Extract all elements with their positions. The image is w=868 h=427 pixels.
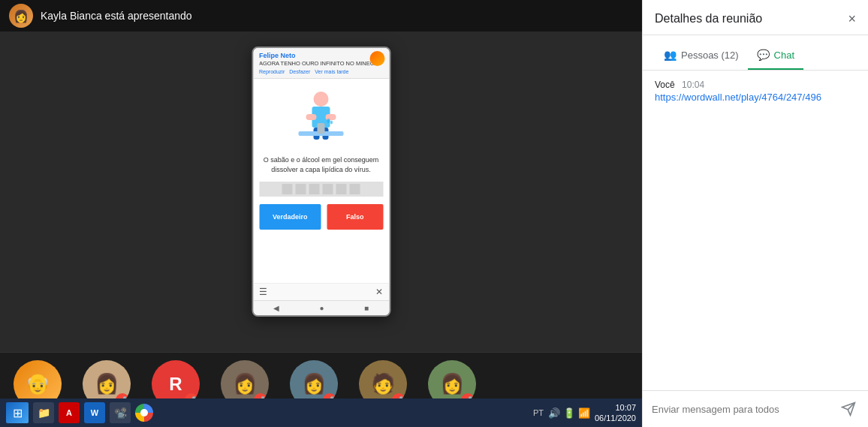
falso-button[interactable]: Falso <box>327 204 383 230</box>
phone-action-desfazer: Desfazer <box>289 69 310 74</box>
send-button[interactable] <box>838 398 859 419</box>
message-sender-name: Você <box>655 80 675 90</box>
phone-username: Felipe Neto <box>259 52 383 59</box>
presenter-avatar: 👩 <box>9 4 33 28</box>
phone-nav-bar: ◀ ● ■ <box>253 300 389 315</box>
shared-screen-phone: Felipe Neto AGORA TENHO OURO INFINITO NO… <box>252 47 390 317</box>
main-video-area: 👩 Kayla Bianca está apresentando Felipe … <box>0 0 642 427</box>
phone-illustration <box>291 88 351 148</box>
tab-chat-label: Chat <box>774 50 794 61</box>
close-phone-icon: ✕ <box>375 287 383 297</box>
tab-chat[interactable]: 💬 Chat <box>748 41 803 70</box>
message-link[interactable]: https://wordwall.net/play/4764/247/496 <box>655 92 821 103</box>
phone-action-ver-mais: Ver mais tarde <box>315 69 348 74</box>
presenter-label: Kayla Bianca está apresentando <box>41 10 192 22</box>
taskbar-media[interactable]: 📽️ <box>110 402 131 423</box>
svg-rect-7 <box>318 123 325 134</box>
phone-action-reproduzir: Reproduzir <box>259 69 285 74</box>
taskbar-chrome[interactable] <box>135 404 153 422</box>
phone-body-text: O sabão e o álcool em gel conseguem diss… <box>259 155 383 174</box>
message-meta: Você 10:04 <box>655 80 856 90</box>
svg-point-8 <box>327 119 330 123</box>
taskbar-pdf[interactable]: A <box>59 402 80 423</box>
taskbar-language: PT <box>533 408 544 417</box>
close-panel-button[interactable]: × <box>848 12 856 26</box>
phone-actions: Reproduzir Desfazer Ver mais tarde <box>259 69 383 74</box>
side-panel: Detalhes da reunião × 👥 Pessoas (12) 💬 C… <box>642 0 868 427</box>
taskbar-clock: 10:07 06/11/2020 <box>595 402 636 424</box>
side-panel-title: Detalhes da reunião <box>655 12 762 26</box>
chat-input[interactable] <box>652 404 832 415</box>
taskbar-folder[interactable]: 📁 <box>33 402 54 423</box>
side-panel-header: Detalhes da reunião × <box>643 0 868 35</box>
people-icon: 👥 <box>664 49 677 61</box>
svg-point-9 <box>330 121 333 125</box>
phone-header: Felipe Neto AGORA TENHO OURO INFINITO NO… <box>253 48 389 79</box>
phone-user-avatar <box>369 51 384 66</box>
verdadeiro-button[interactable]: Verdadeiro <box>259 204 321 230</box>
message-content: https://wordwall.net/play/4764/247/496 <box>655 92 856 103</box>
message-group: Você 10:04 https://wordwall.net/play/476… <box>655 80 856 103</box>
chat-messages: Você 10:04 https://wordwall.net/play/476… <box>643 71 868 390</box>
phone-separator <box>259 182 383 197</box>
chat-input-area[interactable] <box>643 390 868 427</box>
svg-rect-3 <box>326 114 336 120</box>
phone-nav-home: ● <box>319 304 324 312</box>
tab-pessoas-label: Pessoas (12) <box>681 50 739 61</box>
presenter-bar: 👩 Kayla Bianca está apresentando <box>0 0 642 32</box>
phone-nav-square: ■ <box>364 304 369 312</box>
start-button[interactable]: ⊞ <box>6 402 29 423</box>
video-content: Felipe Neto AGORA TENHO OURO INFINITO NO… <box>0 32 642 352</box>
phone-body: O sabão e o álcool em gel conseguem diss… <box>253 79 389 283</box>
phone-video-title: AGORA TENHO OURO INFINITO NO MINECRAFT K… <box>259 60 383 67</box>
message-time: 10:04 <box>682 80 704 90</box>
chat-icon: 💬 <box>757 49 770 61</box>
panel-tabs: 👥 Pessoas (12) 💬 Chat <box>643 41 868 71</box>
tab-pessoas[interactable]: 👥 Pessoas (12) <box>655 41 748 70</box>
phone-footer: ☰ ✕ <box>253 283 389 300</box>
phone-answer-buttons[interactable]: Verdadeiro Falso <box>259 204 383 230</box>
svg-rect-2 <box>306 114 317 120</box>
svg-point-0 <box>314 92 329 107</box>
taskbar-system-icons: 🔊 🔋 📶 <box>548 407 590 419</box>
menu-icon: ☰ <box>259 287 267 297</box>
taskbar: ⊞ 📁 A W 📽️ PT 🔊 🔋 📶 10:07 06/11/2020 <box>0 398 642 427</box>
phone-nav-back: ◀ <box>273 304 279 312</box>
taskbar-word[interactable]: W <box>84 402 105 423</box>
taskbar-right: PT 🔊 🔋 📶 10:07 06/11/2020 <box>533 402 636 424</box>
